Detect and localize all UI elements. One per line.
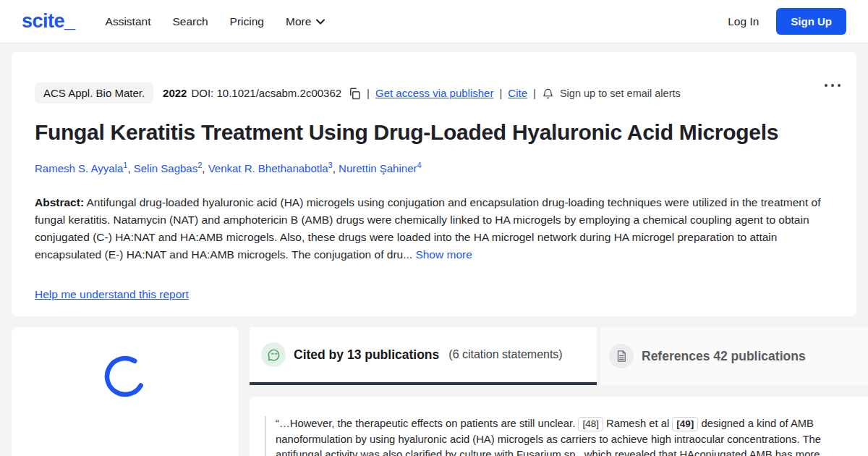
publication-meta-row: ACS Appl. Bio Mater. 2022 DOI: 10.1021/a…: [35, 83, 833, 104]
reference-chip-48[interactable]: [48]: [578, 417, 603, 431]
author-link[interactable]: Nurettin Şahiner4: [339, 162, 422, 174]
document-icon: [609, 344, 634, 368]
abstract-label: Abstract:: [35, 196, 84, 208]
doi-text: DOI: 10.1021/acsabm.2c00362: [191, 87, 341, 99]
main-nav: Assistant Search Pricing More: [106, 12, 326, 31]
abstract-paragraph: Abstract: Antifungal drug-loaded hyaluro…: [35, 194, 833, 263]
top-navbar: scite_ Assistant Search Pricing More Log…: [0, 0, 868, 43]
separator: [499, 87, 502, 99]
copy-doi-icon[interactable]: [348, 87, 361, 100]
tab-cited-by[interactable]: ”” Cited by 13 publications (6 citation …: [250, 327, 597, 385]
loading-spinner-icon: [103, 355, 147, 398]
author-link[interactable]: Ramesh S. Ayyala1: [35, 162, 134, 174]
references-count: References 42 publications: [642, 349, 806, 364]
author-link[interactable]: Venkat R. Bhethanabotla3: [208, 162, 339, 174]
nav-item-assistant[interactable]: Assistant: [106, 12, 151, 31]
overflow-menu-button[interactable]: [822, 81, 843, 90]
smart-citations-loading-card: [12, 327, 239, 456]
help-understand-link[interactable]: Help me understand this report: [35, 288, 189, 301]
cite-link[interactable]: Cite: [508, 87, 527, 99]
nav-item-search[interactable]: Search: [172, 12, 208, 31]
author-affiliation-sup: 1: [123, 161, 127, 169]
separator: [367, 87, 370, 99]
bell-icon[interactable]: [542, 87, 554, 100]
cited-by-count: Cited by 13 publications: [294, 347, 439, 363]
authors-row: Ramesh S. Ayyala1Selin Sagbas2Venkat R. …: [35, 159, 833, 175]
login-link[interactable]: Log In: [728, 15, 759, 28]
chevron-down-icon: [316, 19, 325, 25]
author-link[interactable]: Selin Sagbas2: [134, 162, 208, 174]
separator: [533, 87, 536, 99]
author-affiliation-sup: 4: [417, 161, 421, 169]
nav-item-pricing[interactable]: Pricing: [230, 12, 264, 31]
get-access-link[interactable]: Get access via publisher: [375, 87, 493, 99]
journal-badge[interactable]: ACS Appl. Bio Mater.: [35, 83, 153, 104]
signup-button[interactable]: Sign Up: [776, 8, 846, 35]
citation-text: “…However, the therapeutic effects on pa…: [276, 418, 575, 429]
citation-quote-icon: ””: [261, 342, 286, 367]
dot-icon: [831, 84, 834, 87]
citation-statement-quote: “…However, the therapeutic effects on pa…: [265, 416, 836, 456]
publication-year: 2022: [163, 87, 187, 99]
citation-text: Ramesh et al: [606, 418, 669, 429]
dot-icon: [825, 84, 827, 87]
citation-statement-card: “…However, the therapeutic effects on pa…: [250, 397, 868, 456]
author-affiliation-sup: 3: [328, 161, 333, 169]
scite-logo[interactable]: scite_: [22, 10, 75, 33]
nav-item-more[interactable]: More: [286, 12, 325, 31]
svg-text:””: ””: [271, 351, 277, 358]
header-actions: Log In Sign Up: [728, 8, 846, 35]
show-more-link[interactable]: Show more: [415, 248, 472, 261]
author-affiliation-sup: 2: [197, 161, 202, 169]
lower-section: ”” Cited by 13 publications (6 citation …: [12, 327, 868, 456]
tab-references[interactable]: References 42 publications: [600, 327, 868, 385]
email-alerts-text[interactable]: Sign up to set email alerts: [560, 88, 681, 99]
citations-panel: ”” Cited by 13 publications (6 citation …: [250, 327, 868, 456]
citation-statements-count: (6 citation statements): [448, 348, 562, 361]
reference-chip-49[interactable]: [49]: [672, 417, 698, 431]
paper-title: Fungal Keratitis Treatment Using Drug-Lo…: [35, 119, 833, 145]
report-header-card: ACS Appl. Bio Mater. 2022 DOI: 10.1021/a…: [12, 52, 856, 316]
dot-icon: [838, 84, 841, 87]
tab-bar: ”” Cited by 13 publications (6 citation …: [250, 327, 868, 385]
